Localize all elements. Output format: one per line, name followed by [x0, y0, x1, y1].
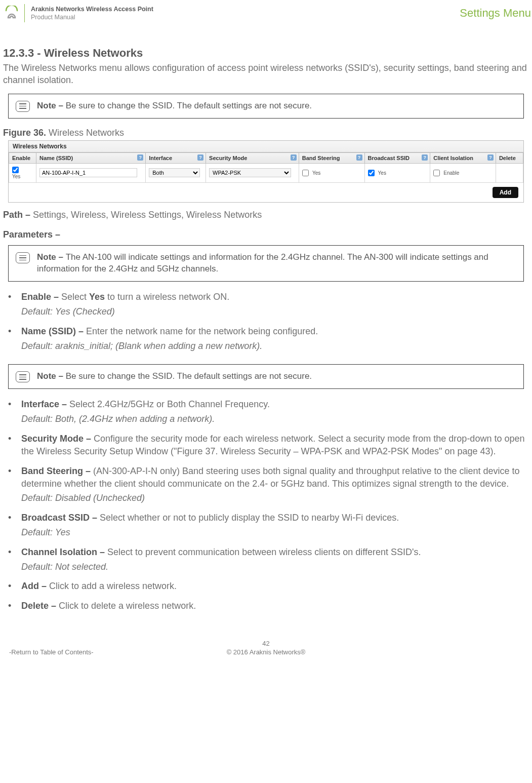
cell-ssid	[36, 163, 146, 183]
isolation-checkbox[interactable]	[433, 170, 440, 176]
param-label: Security Mode –	[21, 434, 94, 444]
header-divider	[24, 4, 25, 22]
param-text: Select whether or not to publicly displa…	[100, 513, 399, 523]
section-intro: The Wireless Networks menu allows config…	[3, 62, 529, 87]
cell-broadcast: Yes	[364, 163, 430, 183]
param-label: Name (SSID) –	[21, 326, 86, 336]
note-text-2: Note – The AN-100 will indicate settings…	[37, 252, 516, 275]
col-broadcast-label: Broadcast SSID	[368, 155, 410, 161]
col-band: Band Steering?	[299, 152, 364, 163]
page-header: Araknis Networks Wireless Access Point P…	[0, 0, 532, 26]
note-box-2: Note – The AN-100 will indicate settings…	[8, 245, 524, 282]
add-row: Add	[9, 183, 523, 202]
param-text-pre: Select	[61, 292, 89, 302]
param-isolation: Channel Isolation – Select to prevent co…	[3, 546, 529, 580]
help-icon[interactable]: ?	[291, 154, 297, 161]
param-text: Configure the security mode for each wir…	[21, 434, 524, 456]
cell-delete	[496, 163, 523, 183]
ssid-input[interactable]	[39, 168, 137, 177]
page-content: 12.3.3 - Wireless Networks The Wireless …	[0, 26, 532, 619]
param-text-post: to turn a wireless network ON.	[105, 292, 229, 302]
page-number: 42	[0, 640, 532, 647]
param-name: Name (SSID) – Enter the network name for…	[3, 325, 529, 360]
param-default: Default: araknis_initial; (Blank when ad…	[21, 340, 529, 353]
help-icon[interactable]: ?	[137, 154, 143, 161]
param-interface: Interface – Select 2.4GHz/5GHz or Both C…	[3, 398, 529, 433]
note-text-3: Note – Be sure to change the SSID. The d…	[37, 371, 312, 382]
note-label: Note –	[37, 101, 66, 110]
security-select[interactable]: WPA2-PSK	[209, 168, 291, 177]
param-text: Select to prevent communication between …	[107, 547, 421, 557]
toc-link[interactable]: -Return to Table of Contents-	[9, 648, 94, 656]
col-enable: Enable	[9, 152, 36, 163]
col-band-label: Band Steering	[302, 155, 340, 161]
param-label: Band Steering –	[21, 466, 93, 476]
page-footer: 42 © 2016 Araknis Networks® -Return to T…	[0, 640, 532, 661]
note-text-1: Note – Be sure to change the SSID. The d…	[37, 100, 312, 112]
help-icon[interactable]: ?	[422, 154, 428, 161]
param-text: (AN-300-AP-I-N only) Band steering uses …	[21, 466, 520, 489]
param-label: Add –	[21, 581, 49, 591]
col-interface-label: Interface	[149, 155, 172, 161]
add-button[interactable]: Add	[493, 187, 518, 198]
param-label: Enable –	[21, 292, 61, 302]
interface-select[interactable]: Both	[149, 168, 200, 177]
param-label: Channel Isolation –	[21, 547, 107, 557]
broadcast-label: Yes	[378, 170, 386, 176]
note-icon	[16, 371, 30, 382]
note-icon	[16, 101, 30, 112]
wireless-networks-table: Enable Name (SSID)? Interface? Security …	[9, 152, 523, 183]
ui-screenshot: Wireless Networks Enable Name (SSID)? In…	[8, 140, 524, 203]
param-text: Enter the network name for the network b…	[86, 326, 318, 336]
cell-security: WPA2-PSK	[206, 163, 299, 183]
enable-label: Yes	[12, 174, 20, 179]
col-delete: Delete	[496, 152, 523, 163]
broadcast-checkbox[interactable]	[368, 170, 375, 176]
param-enable: Enable – Select Yes to turn a wireless n…	[3, 291, 529, 325]
col-name-label: Name (SSID)	[39, 155, 73, 161]
col-name: Name (SSID)?	[36, 152, 146, 163]
param-default: Default: Yes	[21, 526, 529, 539]
note-label: Note –	[37, 371, 66, 381]
band-label: Yes	[312, 170, 320, 176]
note-label: Note –	[37, 252, 66, 262]
param-default: Default: Disabled (Unchecked)	[21, 492, 529, 504]
brand-logo-icon	[4, 6, 19, 21]
cell-isolation: Enable	[430, 163, 496, 183]
copyright: © 2016 Araknis Networks®	[227, 648, 306, 656]
param-delete: Delete – Click to delete a wireless netw…	[3, 600, 529, 619]
note-body: Be sure to change the SSID. The default …	[66, 371, 312, 381]
cell-enable: Yes	[9, 163, 36, 183]
figure-number: Figure 36.	[3, 128, 46, 138]
param-add: Add – Click to add a wireless network.	[3, 580, 529, 600]
help-icon[interactable]: ?	[197, 154, 203, 161]
help-icon[interactable]: ?	[487, 154, 494, 161]
param-security: Security Mode – Configure the security m…	[3, 433, 529, 465]
col-isolation-label: Client Isolation	[433, 155, 473, 161]
section-heading: 12.3.3 - Wireless Networks	[3, 47, 529, 60]
param-default: Default: Not selected.	[21, 561, 529, 573]
ui-panel-title: Wireless Networks	[9, 141, 523, 152]
col-interface: Interface?	[146, 152, 206, 163]
note-body: Be sure to change the SSID. The default …	[66, 101, 312, 110]
help-icon[interactable]: ?	[356, 154, 362, 161]
note-body: The AN-100 will indicate settings and in…	[37, 252, 488, 273]
band-checkbox[interactable]	[302, 170, 309, 176]
note-box-1: Note – Be sure to change the SSID. The d…	[8, 94, 524, 119]
figure-title: Wireless Networks	[46, 128, 124, 138]
param-text: Select 2.4GHz/5GHz or Both Channel Frequ…	[69, 399, 270, 409]
product-subtitle: Product Manual	[31, 13, 153, 21]
param-label: Delete –	[21, 601, 59, 611]
header-left: Araknis Networks Wireless Access Point P…	[0, 4, 153, 22]
col-security: Security Mode?	[206, 152, 299, 163]
note-box-3: Note – Be sure to change the SSID. The d…	[8, 364, 524, 389]
param-yes: Yes	[89, 292, 105, 302]
path-value: Settings, Wireless, Wireless Settings, W…	[33, 210, 262, 220]
settings-menu-link[interactable]: Settings Menu	[460, 7, 531, 20]
isolation-label: Enable	[443, 170, 459, 176]
col-security-label: Security Mode	[209, 155, 247, 161]
note-icon	[16, 252, 30, 263]
param-label: Broadcast SSID –	[21, 513, 100, 523]
param-text: Click to delete a wireless network.	[59, 601, 196, 611]
enable-checkbox[interactable]	[12, 167, 19, 173]
